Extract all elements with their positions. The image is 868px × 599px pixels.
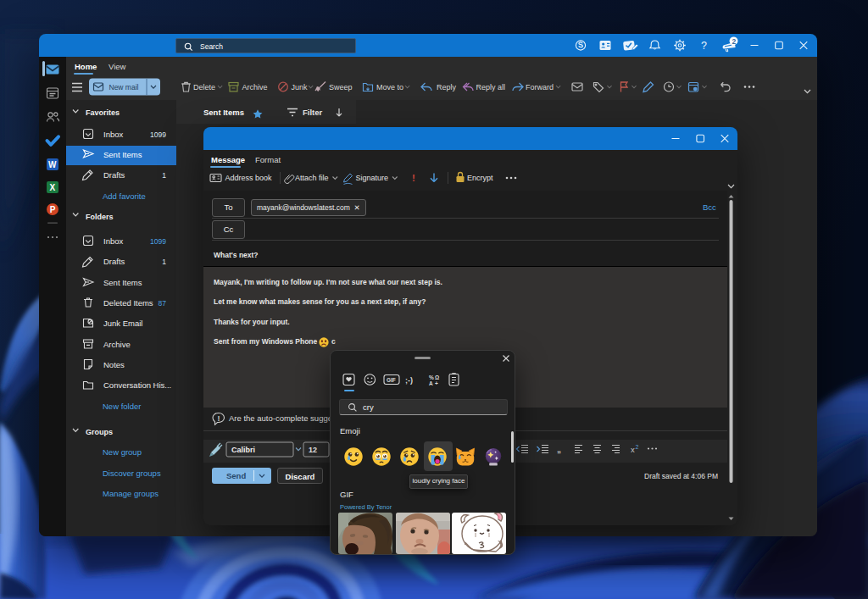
svg-text:Address book: Address book <box>225 174 273 182</box>
svg-text:Delete: Delete <box>193 83 215 92</box>
svg-text:Junk Email: Junk Email <box>103 319 142 328</box>
svg-text:Filter: Filter <box>303 108 323 117</box>
svg-text:2: 2 <box>636 444 639 450</box>
svg-text:New group: New group <box>103 447 142 457</box>
svg-text:!: ! <box>218 414 220 423</box>
svg-text:!: ! <box>412 173 415 183</box>
svg-text:P: P <box>50 205 56 214</box>
svg-text:Forward: Forward <box>526 83 554 92</box>
svg-text:Sent Items: Sent Items <box>103 278 142 287</box>
svg-text:Signature: Signature <box>356 174 389 182</box>
svg-text:Add favorite: Add favorite <box>103 191 146 201</box>
svg-text:New folder: New folder <box>103 402 141 411</box>
svg-text:12: 12 <box>309 446 317 454</box>
svg-text:„: „ <box>557 445 561 454</box>
svg-text:Sent Items: Sent Items <box>203 108 244 117</box>
svg-text:Deleted Items: Deleted Items <box>103 298 153 308</box>
svg-text:New mail: New mail <box>109 83 139 92</box>
svg-text:Calibri: Calibri <box>231 446 255 454</box>
svg-text:2: 2 <box>732 37 737 46</box>
svg-text:1099: 1099 <box>150 237 166 246</box>
svg-text:X: X <box>49 183 55 192</box>
svg-text:1099: 1099 <box>150 130 166 139</box>
svg-text:Ω: Ω <box>435 374 439 380</box>
svg-text:A: A <box>429 380 433 386</box>
svg-text:Favorites: Favorites <box>86 108 120 117</box>
svg-text:Inbox: Inbox <box>103 130 123 139</box>
svg-text:Manage groups: Manage groups <box>103 489 159 498</box>
svg-text:W: W <box>48 160 57 169</box>
svg-text:Drafts: Drafts <box>103 257 125 266</box>
svg-text:Sweep: Sweep <box>329 83 353 92</box>
svg-text:1: 1 <box>162 171 166 180</box>
svg-text:Junk: Junk <box>292 83 309 92</box>
svg-text:Inbox: Inbox <box>103 236 123 246</box>
svg-text:Archive: Archive <box>103 340 131 349</box>
svg-text:Archive: Archive <box>242 83 268 92</box>
svg-text:Drafts: Drafts <box>103 170 125 180</box>
svg-text:Groups: Groups <box>86 428 113 436</box>
svg-text:+: + <box>435 380 438 386</box>
svg-text:Attach file: Attach file <box>295 174 329 182</box>
svg-text:;-): ;-) <box>405 376 413 385</box>
svg-text:Reply all: Reply all <box>476 83 506 92</box>
svg-text:Move to: Move to <box>376 83 403 92</box>
svg-text:Conversation His...: Conversation His... <box>103 380 171 390</box>
svg-text:Encrypt: Encrypt <box>467 174 493 182</box>
svg-text:Sent Items: Sent Items <box>103 150 142 159</box>
svg-text:Folders: Folders <box>86 213 114 221</box>
svg-text:?: ? <box>701 40 707 52</box>
svg-text:Reply: Reply <box>437 83 457 92</box>
svg-text:1: 1 <box>162 258 166 266</box>
svg-text:Notes: Notes <box>103 360 125 369</box>
svg-text:x: x <box>631 445 635 454</box>
svg-text:Discover groups: Discover groups <box>103 469 161 478</box>
svg-text:GIF: GIF <box>387 377 396 383</box>
svg-text:%: % <box>429 374 434 380</box>
svg-text:87: 87 <box>159 299 167 308</box>
